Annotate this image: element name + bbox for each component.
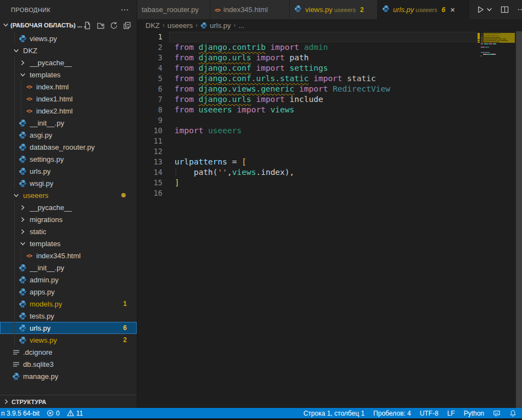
status-problems-errors[interactable]: 0 (47, 410, 60, 417)
status-problems-warnings[interactable]: 11 (67, 410, 83, 417)
code-line-14[interactable]: 14 path('',views.index), (137, 167, 476, 178)
tree-item-label: settings.py (30, 155, 64, 163)
tree-item-db.sqlite3[interactable]: db.sqlite3 (0, 358, 137, 370)
breadcrumb-item-urls.py[interactable]: urls.py (200, 21, 231, 30)
code-lines: 12from django.contrib import admin3from … (137, 32, 476, 198)
split-editor-icon[interactable] (501, 5, 509, 14)
breadcrumb-item-...[interactable]: ... (239, 21, 245, 30)
close-icon[interactable]: × (450, 5, 455, 14)
tree-item-index.html[interactable]: <>index.html (0, 81, 137, 93)
refresh-icon[interactable] (110, 21, 118, 30)
tree-item-admin.py[interactable]: admin.py (0, 274, 137, 286)
chevron-down-icon (18, 241, 27, 247)
tree-item-templates[interactable]: templates (0, 69, 137, 81)
status-feedback[interactable] (493, 410, 501, 417)
status-indentation[interactable]: Пробелов: 4 (373, 410, 411, 417)
tab-urls.py[interactable]: urls.pyuseeers6× (378, 0, 469, 19)
tab-label: index345.html (223, 5, 268, 14)
code-text: from django.conf.urls.static import stat… (175, 73, 376, 84)
tree-item-asgi.py[interactable]: asgi.py (0, 129, 137, 141)
more-actions-icon[interactable]: ⋯ (121, 5, 129, 15)
workspace-section-header[interactable]: (РАБОЧАЯ ОБЛАСТЬ) ... (0, 19, 137, 31)
tree-item-static[interactable]: static (0, 225, 137, 237)
tree-item-settings.py[interactable]: settings.py (0, 153, 137, 165)
code-line-7[interactable]: 7from django.urls import include (137, 94, 476, 105)
code-line-3[interactable]: 3from django.urls import path (137, 53, 476, 63)
breadcrumb-separator: › (234, 21, 236, 29)
status-eol[interactable]: LF (447, 410, 455, 417)
collapse-all-icon[interactable] (123, 21, 131, 30)
tree-item-index345.html[interactable]: <>index345.html (0, 249, 137, 262)
tree-item-views.py[interactable]: views.py2 (0, 334, 137, 346)
code-line-8[interactable]: 8from useeers import views (137, 105, 476, 115)
tree-item-__init__.py[interactable]: __init__.py (0, 117, 137, 129)
code-line-6[interactable]: 6from django.views.generic import Redire… (137, 84, 476, 94)
more-icon[interactable] (517, 5, 522, 14)
new-folder-icon[interactable] (97, 21, 105, 30)
tree-item-label: __init__.py (30, 264, 64, 272)
file-icon (13, 349, 20, 356)
code-line-11[interactable]: 11 (137, 136, 476, 146)
tree-item-database_roouter.py[interactable]: database_roouter.py (0, 141, 137, 153)
code-line-9[interactable]: 9 (137, 115, 476, 126)
tree-item-urls.py[interactable]: urls.py (0, 165, 137, 177)
tree-item-index1.html[interactable]: <>index1.html (0, 93, 137, 105)
py-icon (18, 264, 27, 272)
tree-item-tests.py[interactable]: tests.py (0, 310, 137, 322)
breadcrumb-item-DKZ[interactable]: DKZ (145, 21, 160, 30)
status-python-interpreter[interactable]: n 3.9.5 64-bit (1, 410, 40, 417)
minimap[interactable] (476, 31, 516, 103)
indent-guide (14, 81, 15, 93)
tree-item-views.py[interactable]: views.py (0, 32, 137, 44)
tree-item-manage.py[interactable]: manage.py (0, 370, 137, 382)
tree-item-templates[interactable]: templates (0, 237, 137, 249)
run-icon[interactable] (476, 5, 485, 14)
tab-views.py[interactable]: views.pyuseeers2 (290, 0, 378, 19)
tree-item-label: index.html (36, 83, 69, 91)
tree-item-__pycache__[interactable]: __pycache__ (0, 201, 137, 213)
code-line-13[interactable]: 13urlpatterns = [ (137, 157, 476, 167)
status-notifications[interactable] (509, 410, 517, 417)
outline-section-header[interactable]: СТРУКТУРА (0, 395, 137, 408)
tree-item-urls.py[interactable]: urls.py6 (0, 322, 137, 334)
breadcrumb-item-useeers[interactable]: useeers (167, 21, 193, 30)
tree-item-apps.py[interactable]: apps.py (0, 286, 137, 298)
code-text: from django.conf import settings (175, 63, 328, 73)
tab-tabase_roouter.py[interactable]: tabase_roouter.py (137, 0, 210, 19)
status-language-mode[interactable]: Python (464, 410, 484, 417)
workspace-label: (РАБОЧАЯ ОБЛАСТЬ) ... (10, 22, 82, 29)
code-line-2[interactable]: 2from django.contrib import admin (137, 42, 476, 53)
tree-item-label: wsgi.py (30, 179, 53, 188)
vertical-scrollbar[interactable] (516, 31, 522, 408)
tab-problems-badge: 6 (441, 6, 445, 14)
tree-item-migrations[interactable]: migrations (0, 213, 137, 225)
explorer-title: ПРОВОДНИК (11, 7, 50, 13)
tree-item-__init__.py[interactable]: __init__.py (0, 262, 137, 274)
new-file-icon[interactable] (83, 21, 92, 30)
python-icon (19, 155, 27, 163)
problems-badge: 6 (123, 324, 127, 332)
tree-item-index2.html[interactable]: <>index2.html (0, 105, 137, 117)
line-number: 1 (137, 32, 162, 42)
py-icon (18, 155, 27, 163)
code-line-15[interactable]: 15] (137, 178, 476, 188)
code-line-1[interactable]: 1 (137, 32, 476, 42)
tree-item-useeers[interactable]: useeers (0, 189, 137, 201)
status-encoding[interactable]: UTF-8 (420, 410, 439, 417)
code-line-16[interactable]: 16 (137, 188, 476, 198)
code-line-5[interactable]: 5from django.conf.urls.static import sta… (137, 73, 476, 84)
code-line-4[interactable]: 4from django.conf import settings (137, 63, 476, 73)
line-number: 14 (137, 167, 162, 178)
tree-item-DKZ[interactable]: DKZ (0, 44, 137, 56)
tree-item-.dcignore[interactable]: .dcignore (0, 346, 137, 358)
status-cursor-position[interactable]: Строка 1, столбец 1 (304, 410, 364, 417)
tree-item-__pycache__[interactable]: __pycache__ (0, 56, 137, 69)
indent-guide (14, 262, 15, 274)
chevron-down-icon[interactable] (486, 7, 492, 13)
tree-item-models.py[interactable]: models.py1 (0, 298, 137, 310)
code-line-10[interactable]: 10import useeers (137, 126, 476, 136)
code-line-12[interactable]: 12 (137, 146, 476, 157)
tree-item-wsgi.py[interactable]: wsgi.py (0, 177, 137, 189)
code-editor[interactable]: 12from django.contrib import admin3from … (137, 31, 522, 408)
tab-index345.html[interactable]: <>index345.html (210, 0, 290, 19)
